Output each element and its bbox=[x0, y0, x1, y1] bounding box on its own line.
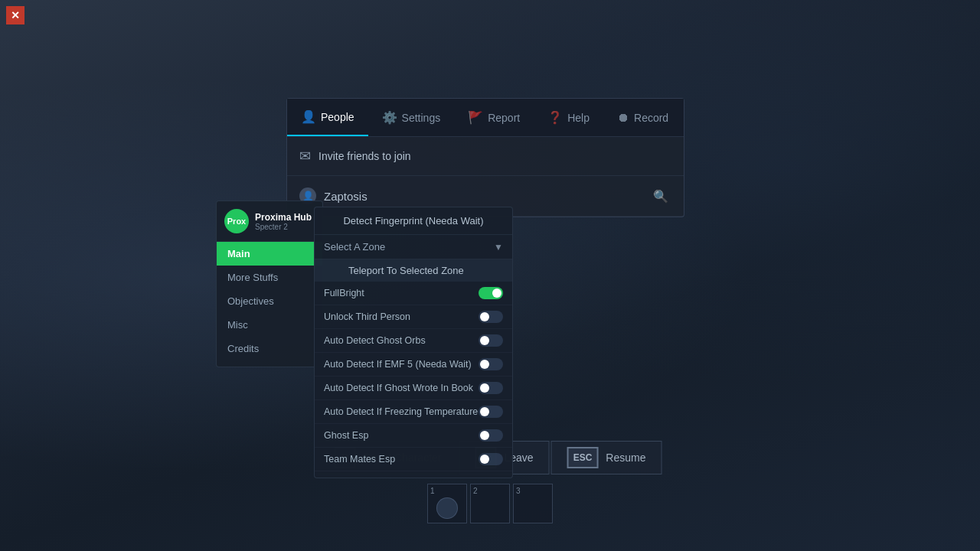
feature-emf5-label: Auto Detect If EMF 5 (Needa Wait) bbox=[324, 359, 472, 370]
feature-panel: Detect Fingerprint (Needa Wait) Select A… bbox=[314, 207, 513, 478]
feature-ghost-esp-label: Ghost Esp bbox=[324, 430, 368, 441]
tab-help[interactable]: ❓ Help bbox=[534, 99, 603, 136]
sidebar-item-misc[interactable]: Misc bbox=[217, 313, 322, 337]
inv-slot-1[interactable]: 1 bbox=[427, 484, 467, 523]
panel-content: ✉ Invite friends to join 👤 Zaptosis 🔍 bbox=[287, 137, 684, 217]
cursor-icon bbox=[333, 266, 342, 276]
tab-report[interactable]: 🚩 Report bbox=[454, 99, 534, 136]
sidebar-item-credits[interactable]: Credits bbox=[217, 337, 322, 360]
sidebar-avatar: Prox bbox=[224, 209, 249, 233]
invite-text: Invite friends to join bbox=[318, 150, 411, 162]
feature-ghost-wrote-label: Auto Detect If Ghost Wrote In Book bbox=[324, 383, 473, 393]
help-icon: ❓ bbox=[547, 110, 563, 125]
inv-slot-3[interactable]: 3 bbox=[513, 484, 553, 523]
feature-ghost-esp-toggle[interactable] bbox=[479, 429, 503, 442]
tab-settings[interactable]: ⚙️ Settings bbox=[368, 99, 455, 136]
tab-settings-label: Settings bbox=[402, 112, 441, 124]
feature-fullbright[interactable]: FullBright bbox=[315, 282, 512, 305]
teleport-label: Teleport To Selected Zone bbox=[348, 265, 464, 276]
inv-slot-3-num: 3 bbox=[516, 487, 521, 495]
teleport-row[interactable]: Teleport To Selected Zone bbox=[315, 259, 512, 282]
feature-teammates-esp-toggle[interactable] bbox=[479, 453, 503, 465]
inventory-bar: 1 2 3 bbox=[427, 484, 553, 523]
zone-select-dropdown[interactable]: Select A Zone ▼ bbox=[315, 235, 512, 259]
main-panel: 👤 People ⚙️ Settings 🚩 Report ❓ Help ⏺ R… bbox=[286, 98, 684, 217]
inv-slot-2-content bbox=[473, 495, 507, 520]
feature-freezing-temp-label: Auto Detect If Freezing Temperature bbox=[324, 406, 478, 417]
tab-record-label: Record bbox=[634, 112, 668, 124]
tab-record[interactable]: ⏺ Record bbox=[603, 99, 682, 136]
tab-people-label: People bbox=[321, 111, 354, 123]
feature-ghost-orbs-label: Auto Detect Ghost Orbs bbox=[324, 335, 426, 346]
zone-chevron-icon: ▼ bbox=[494, 242, 503, 253]
inv-slot-3-content bbox=[516, 495, 550, 520]
sidebar-user-info: Proxima Hub Specter 2 bbox=[255, 212, 312, 231]
feature-emf5-toggle[interactable] bbox=[479, 358, 503, 370]
feature-teammates-esp-label: Team Mates Esp bbox=[324, 454, 395, 465]
feature-ghost-orbs-toggle[interactable] bbox=[479, 334, 503, 347]
sidebar-user-header: Prox Proxima Hub Specter 2 bbox=[217, 201, 322, 242]
sidebar-item-objectives[interactable]: Objectives bbox=[217, 289, 322, 313]
player-search-button[interactable]: 🔍 bbox=[650, 185, 671, 207]
settings-icon: ⚙️ bbox=[382, 110, 397, 125]
tab-help-label: Help bbox=[567, 112, 590, 124]
people-icon: 👤 bbox=[301, 109, 316, 124]
inv-item-1 bbox=[436, 497, 458, 519]
feature-ghost-wrote[interactable]: Auto Detect If Ghost Wrote In Book bbox=[315, 377, 512, 400]
resume-button[interactable]: ESC Resume bbox=[551, 441, 662, 474]
invite-icon: ✉ bbox=[299, 148, 311, 165]
player-name: Zaptosis bbox=[324, 190, 368, 203]
feature-teammates-esp[interactable]: Team Mates Esp bbox=[315, 448, 512, 471]
inv-slot-1-content bbox=[430, 495, 464, 520]
feature-ghost-wrote-toggle[interactable] bbox=[479, 382, 503, 394]
feature-third-person[interactable]: Unlock Third Person bbox=[315, 305, 512, 329]
resume-label: Resume bbox=[606, 452, 645, 464]
feature-freezing-temp-toggle[interactable] bbox=[479, 406, 503, 418]
sidebar-item-more-stuffs[interactable]: More Stuffs bbox=[217, 266, 322, 289]
resume-key-badge: ESC bbox=[567, 447, 599, 468]
feature-ghost-esp[interactable]: Ghost Esp bbox=[315, 424, 512, 448]
feature-ghost-orbs[interactable]: Auto Detect Ghost Orbs bbox=[315, 329, 512, 353]
close-button[interactable]: ✕ bbox=[6, 6, 24, 24]
sidebar-username: Proxima Hub bbox=[255, 212, 312, 223]
inv-slot-2-num: 2 bbox=[473, 487, 478, 495]
feature-third-person-toggle[interactable] bbox=[479, 311, 503, 323]
feature-fullbright-toggle[interactable] bbox=[479, 287, 503, 299]
tab-report-label: Report bbox=[488, 112, 520, 124]
feature-panel-title: Detect Fingerprint (Needa Wait) bbox=[315, 207, 512, 235]
sidebar-panel: Prox Proxima Hub Specter 2 Main More Stu… bbox=[216, 201, 323, 367]
zone-select-label: Select A Zone bbox=[324, 241, 385, 253]
inv-slot-2[interactable]: 2 bbox=[470, 484, 510, 523]
sidebar-role: Specter 2 bbox=[255, 223, 312, 231]
record-icon: ⏺ bbox=[617, 111, 629, 125]
feature-fullbright-label: FullBright bbox=[324, 288, 364, 298]
tab-people[interactable]: 👤 People bbox=[287, 99, 368, 136]
feature-freezing-temp[interactable]: Auto Detect If Freezing Temperature bbox=[315, 400, 512, 424]
feature-third-person-label: Unlock Third Person bbox=[324, 311, 410, 322]
report-icon: 🚩 bbox=[468, 110, 483, 125]
feature-emf5[interactable]: Auto Detect If EMF 5 (Needa Wait) bbox=[315, 353, 512, 377]
inv-slot-1-num: 1 bbox=[430, 487, 435, 495]
tab-bar: 👤 People ⚙️ Settings 🚩 Report ❓ Help ⏺ R… bbox=[287, 99, 684, 137]
invite-row[interactable]: ✉ Invite friends to join bbox=[287, 137, 684, 176]
sidebar-item-main[interactable]: Main bbox=[217, 242, 322, 266]
